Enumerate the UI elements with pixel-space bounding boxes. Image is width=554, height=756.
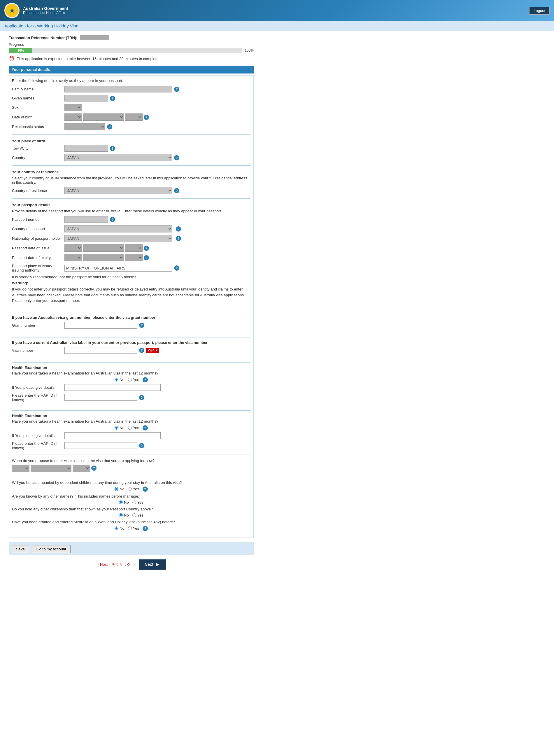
passport-title: Your passport details — [12, 203, 251, 207]
hap-input-2[interactable] — [64, 442, 137, 449]
go-to-account-button[interactable]: Go to my account — [32, 545, 70, 553]
grant-number-help-icon[interactable]: ? — [139, 323, 144, 328]
dependent-radio-group: No Yes ? — [12, 486, 251, 492]
bottom-bar: Save Go to my account — [9, 542, 254, 555]
nationality-help-icon[interactable]: ? — [176, 236, 181, 241]
passport-place-help-icon[interactable]: ? — [174, 265, 179, 271]
page-title[interactable]: Application for a Working Holiday Visa — [4, 23, 78, 28]
relationship-label: Relationship status — [12, 124, 64, 129]
passport-issue-month-select[interactable] — [83, 245, 124, 252]
other-names-yes-radio[interactable] — [132, 500, 136, 504]
propose-month-select[interactable] — [31, 465, 71, 472]
work-holiday-no-label[interactable]: No — [115, 526, 124, 531]
birth-country-help-icon[interactable]: ? — [174, 155, 179, 160]
passport-place-input[interactable] — [64, 265, 172, 272]
nationality-control: JAPAN ? — [64, 235, 251, 242]
propose-year-select[interactable] — [72, 465, 90, 472]
passport-expiry-month-select[interactable] — [83, 254, 124, 261]
next-button[interactable]: Next ► — [139, 559, 166, 570]
other-names-no-label[interactable]: No — [119, 500, 129, 504]
dependent-yes-radio[interactable] — [128, 487, 132, 491]
personal-details-form: Enter the following details exactly as t… — [9, 75, 254, 538]
visa-number-input[interactable] — [64, 347, 137, 354]
dob-day-select[interactable] — [64, 113, 82, 121]
progress-bar-inner: 10% — [9, 48, 33, 53]
residence-select[interactable]: JAPAN — [64, 187, 172, 194]
dependent-yes-label[interactable]: Yes — [128, 487, 139, 491]
family-name-input[interactable] — [64, 86, 172, 93]
sex-select[interactable]: Male Female — [64, 104, 82, 111]
family-name-help-icon[interactable]: ? — [174, 87, 179, 92]
family-name-control: ? — [64, 86, 251, 93]
hap-help-icon-2[interactable]: ? — [139, 443, 144, 448]
dob-help-icon[interactable]: ? — [144, 115, 149, 120]
health-help-icon-1[interactable]: ? — [143, 377, 148, 382]
health-details-label-1: If Yes, please give details — [12, 385, 64, 390]
visa-number-help-icon[interactable]: ? — [139, 348, 144, 353]
health-yes-label-1[interactable]: Yes — [128, 377, 139, 382]
given-names-input[interactable] — [64, 95, 108, 102]
birth-country-select[interactable]: JAPAN — [64, 154, 172, 161]
hap-input-1[interactable] — [64, 394, 137, 401]
health-yes-radio-1[interactable] — [128, 378, 132, 381]
hap-help-icon-1[interactable]: ? — [139, 395, 144, 400]
work-holiday-yes-radio[interactable] — [128, 527, 132, 530]
dob-year-select[interactable] — [125, 113, 143, 121]
work-holiday-yes-label[interactable]: Yes — [128, 526, 139, 531]
dob-month-select[interactable] — [83, 113, 124, 121]
town-input[interactable] — [64, 145, 108, 152]
residence-help-icon[interactable]: ? — [174, 188, 179, 194]
propose-help-icon[interactable]: ? — [91, 466, 97, 471]
health-details-input-1[interactable] — [64, 384, 161, 391]
town-help-icon[interactable]: ? — [110, 146, 115, 151]
passport-expiry-day-select[interactable] — [64, 254, 82, 261]
health-title-2: Health Examination — [12, 414, 251, 418]
passport-issue-year-select[interactable] — [125, 245, 143, 252]
health-no-label-1[interactable]: No — [115, 377, 124, 382]
country-passport-help-icon[interactable]: ? — [176, 226, 181, 231]
dept-title: Department of Home Affairs — [23, 11, 68, 15]
given-names-help-icon[interactable]: ? — [110, 96, 115, 101]
health-no-radio-2[interactable] — [115, 426, 118, 430]
passport-issue-day-select[interactable] — [64, 245, 82, 252]
propose-day-select[interactable] — [12, 465, 30, 472]
dependent-no-label[interactable]: No — [115, 487, 124, 491]
work-holiday-no-radio[interactable] — [115, 527, 118, 530]
passport-expiry-help-icon[interactable]: ? — [144, 255, 149, 261]
dob-row: Date of birth ? — [12, 113, 251, 121]
logout-button[interactable]: Logout — [529, 7, 550, 14]
relationship-select[interactable] — [64, 123, 105, 130]
other-names-yes-label[interactable]: Yes — [132, 500, 144, 504]
nationality-select[interactable]: JAPAN — [64, 235, 172, 242]
other-citizenship-yes-radio[interactable] — [132, 513, 136, 517]
grant-number-input[interactable] — [64, 322, 137, 329]
save-button[interactable]: Save — [12, 545, 29, 553]
sex-control: Male Female — [64, 104, 251, 111]
passport-number-help-icon[interactable]: ? — [110, 217, 115, 222]
health-details-input-2[interactable] — [64, 432, 161, 439]
passport-issue-help-icon[interactable]: ? — [144, 246, 149, 251]
visa-number-control: ? VISA-P — [64, 347, 251, 354]
health-no-label-2[interactable]: No — [115, 426, 124, 430]
passport-issue-row: Passport date of issue ? — [12, 245, 251, 252]
other-citizenship-no-label[interactable]: No — [119, 513, 129, 518]
health-details-row-2: If Yes, please give details — [12, 432, 251, 439]
passport-number-input[interactable] — [64, 216, 108, 223]
health-yes-label-2[interactable]: Yes — [128, 426, 139, 430]
personal-details-intro: Enter the following details exactly as t… — [12, 78, 251, 83]
page-title-bar: Application for a Working Holiday Visa — [0, 21, 554, 31]
dependent-help-icon[interactable]: ? — [143, 486, 148, 492]
other-names-no-radio[interactable] — [119, 500, 123, 504]
other-citizenship-no-radio[interactable] — [119, 513, 123, 517]
country-passport-select[interactable]: JAPAN — [64, 225, 172, 232]
given-names-control: ? — [64, 95, 251, 102]
health-no-radio-1[interactable] — [115, 378, 118, 381]
work-holiday-help-icon[interactable]: ? — [143, 526, 148, 531]
health-help-icon-2[interactable]: ? — [143, 425, 148, 431]
other-citizenship-yes-label[interactable]: Yes — [132, 513, 144, 518]
dependent-no-radio[interactable] — [115, 487, 118, 491]
passport-expiry-year-select[interactable] — [125, 254, 143, 261]
relationship-help-icon[interactable]: ? — [107, 124, 112, 129]
grant-section: If you have an Australian visa grant num… — [12, 312, 251, 329]
health-yes-radio-2[interactable] — [128, 426, 132, 430]
